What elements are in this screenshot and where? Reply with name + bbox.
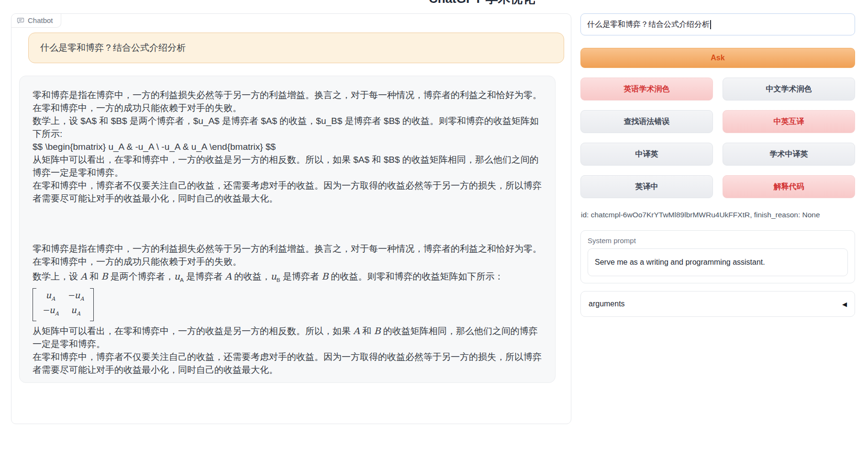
response-status-line: id: chatcmpl-6wOo7KrYTwMl89lbrMWRu4UkFFX… xyxy=(581,211,820,219)
matrix-right-bracket xyxy=(90,288,94,321)
arguments-accordion[interactable]: arguments ◀ xyxy=(580,291,855,317)
matrix-cell: −uA xyxy=(42,304,59,320)
payoff-matrix: uA −uA −uA uA xyxy=(33,288,94,321)
system-prompt-input[interactable]: Serve me as a writing and programming as… xyxy=(588,248,848,276)
question-input-value: 什么是零和博弈？结合公式介绍分析 xyxy=(587,20,710,30)
question-input[interactable]: 什么是零和博弈？结合公式介绍分析 xyxy=(580,13,855,35)
ask-button[interactable]: Ask xyxy=(580,48,855,68)
text-cursor xyxy=(710,20,711,29)
bot-paragraph: 数学上，设 $A$ 和 $B$ 是两个博弈者，$u_A$ 是博弈者 $A$ 的收… xyxy=(33,114,542,140)
bot-math-paragraph: 从矩阵中可以看出，在零和博弈中，一方的收益是另一方的相反数。所以，如果 A 和 … xyxy=(33,325,542,350)
en-to-zh-button[interactable]: 英译中 xyxy=(580,175,713,198)
english-academic-polish-button[interactable]: 英语学术润色 xyxy=(580,78,713,101)
bot-message-bubble: 零和博弈是指在博弈中，一方的利益损失必然等于另一方的利益增益。换言之，对于每一种… xyxy=(19,76,556,383)
bot-paragraph: 在零和博弈中，博弈者不仅要关注自己的收益，还需要考虑对手的收益。因为一方取得的收… xyxy=(33,350,542,376)
system-prompt-label: System prompt xyxy=(588,236,855,245)
page-title-text: ChatGPT 学术优化 xyxy=(429,0,535,4)
zh-en-mutual-translate-button[interactable]: 中英互译 xyxy=(723,110,855,133)
bot-latex-source-line: $$ \begin{bmatrix} u_A & -u_A \ -u_A & u… xyxy=(33,140,542,153)
chat-bubble-icon xyxy=(17,17,24,24)
zh-to-en-button[interactable]: 中译英 xyxy=(580,143,713,166)
bot-paragraph: 在零和博弈中，博弈者不仅要关注自己的收益，还需要考虑对手的收益。因为一方取得的收… xyxy=(33,179,542,205)
matrix-cells: uA −uA −uA uA xyxy=(36,288,90,321)
chatbot-label: Chatbot xyxy=(11,14,61,28)
academic-zh-to-en-button[interactable]: 学术中译英 xyxy=(723,143,855,166)
bot-math-paragraph: 数学上，设 A 和 B 是两个博弈者，uA 是博弈者 A 的收益，uB 是博弈者… xyxy=(33,270,542,286)
bot-paragraph: 零和博弈是指在博弈中，一方的利益损失必然等于另一方的利益增益。换言之，对于每一种… xyxy=(33,242,542,268)
explain-code-button[interactable]: 解释代码 xyxy=(723,175,855,198)
accordion-collapse-icon[interactable]: ◀ xyxy=(842,301,847,308)
bot-raw-markdown: 零和博弈是指在博弈中，一方的利益损失必然等于另一方的利益增益。换言之，对于每一种… xyxy=(33,89,542,205)
matrix-cell: uA xyxy=(42,290,59,305)
chinese-academic-polish-button[interactable]: 中文学术润色 xyxy=(723,78,855,101)
chatbot-label-text: Chatbot xyxy=(28,16,53,24)
system-prompt-card: System prompt Serve me as a writing and … xyxy=(580,230,855,283)
find-grammar-errors-button[interactable]: 查找语法错误 xyxy=(580,110,713,133)
system-prompt-value: Serve me as a writing and programming as… xyxy=(595,258,765,267)
user-message-text: 什么是零和博弈？结合公式介绍分析 xyxy=(40,42,186,54)
bot-paragraph: 从矩阵中可以看出，在零和博弈中，一方的收益是另一方的相反数。所以，如果 $A$ … xyxy=(33,153,542,179)
user-message-bubble: 什么是零和博弈？结合公式介绍分析 xyxy=(28,33,564,63)
matrix-cell: uA xyxy=(67,304,84,320)
bot-rendered-markdown: 零和博弈是指在博弈中，一方的利益损失必然等于另一方的利益增益。换言之，对于每一种… xyxy=(33,242,542,376)
page-title: ChatGPT 学术优化 xyxy=(429,0,535,4)
matrix-left-bracket xyxy=(33,288,36,321)
chatbot-panel[interactable]: Chatbot 什么是零和博弈？结合公式介绍分析 零和博弈是指在博弈中，一方的利… xyxy=(11,13,571,424)
bot-paragraph: 零和博弈是指在博弈中，一方的利益损失必然等于另一方的利益增益。换言之，对于每一种… xyxy=(33,89,542,114)
matrix-cell: −uA xyxy=(67,290,84,305)
quick-function-buttons: 英语学术润色中文学术润色查找语法错误中英互译中译英学术中译英英译中解释代码 xyxy=(580,78,855,198)
arguments-accordion-label: arguments xyxy=(589,300,625,308)
